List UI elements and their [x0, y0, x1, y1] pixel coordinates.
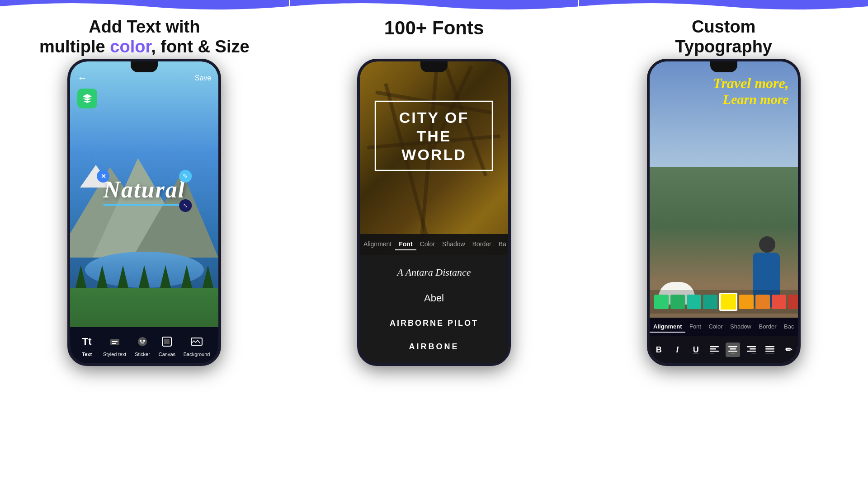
text-icon: Tt [79, 333, 95, 350]
svg-rect-12 [731, 353, 735, 353]
phone-btn-right [220, 125, 221, 152]
color-teal-2[interactable] [703, 295, 717, 309]
natural-text: Natural [104, 176, 186, 203]
wave-decoration-2 [290, 0, 579, 13]
panel3-title: Custom Typography [666, 17, 781, 56]
travel-text-element: Travel more, Learn more [713, 75, 789, 107]
background-label: Background [184, 352, 210, 357]
align-tab-color[interactable]: Color [705, 321, 726, 333]
tab-font[interactable]: Font [395, 239, 416, 250]
hiking-background: Travel more, Learn more [650, 61, 798, 363]
font-item-airborne[interactable]: AIRBORNE PILOT [390, 319, 478, 328]
city-text-box: CITY OF THE WORLD [375, 101, 493, 171]
svg-rect-6 [710, 348, 716, 350]
text-handle-delete[interactable]: ✕ [97, 170, 110, 183]
svg-rect-8 [710, 353, 714, 353]
svg-rect-16 [751, 353, 756, 353]
phone-btn-right-3 [800, 125, 801, 152]
hiker-head [759, 236, 775, 253]
city-text-line1: CITY OF THE [385, 108, 483, 145]
save-button[interactable]: Save [195, 74, 211, 82]
align-left-button[interactable] [707, 343, 722, 357]
tab-border[interactable]: Border [469, 239, 495, 250]
phone-mockup-1: ← Save ✕ ✎ Natural [67, 59, 221, 366]
phone-body-3: Travel more, Learn more [647, 59, 801, 366]
color-yellow-selected[interactable] [719, 293, 737, 311]
color-red-1[interactable] [772, 295, 786, 309]
align-tab-border[interactable]: Border [755, 321, 780, 333]
align-tab-bac[interactable]: Bac [780, 321, 797, 333]
tab-alignment[interactable]: Alignment [360, 239, 395, 250]
font-tab-bar: Alignment Font Color Shadow Border Ba [360, 234, 508, 255]
svg-rect-14 [750, 348, 756, 350]
toolbar-item-text[interactable]: Tt Text [79, 333, 95, 357]
back-button[interactable]: ← [77, 72, 87, 84]
text-handle-resize[interactable]: ⤡ [179, 199, 192, 212]
underline-button[interactable]: U [689, 343, 703, 357]
title-typography: Typography [675, 37, 772, 57]
title-line1: Add Text with [39, 17, 250, 37]
font-list: A Antara Distance Abel AIRBORNE PILOT AI… [360, 255, 508, 363]
panel1-title: Add Text with multiple color, font & Siz… [30, 17, 259, 56]
align-tab-font[interactable]: Font [686, 321, 705, 333]
bold-button[interactable]: B [651, 343, 666, 357]
toolbar-item-canvas[interactable]: Canvas [159, 333, 175, 357]
svg-rect-10 [730, 348, 736, 350]
format-toolbar: B I U [650, 336, 798, 363]
font-item-antara[interactable]: A Antara Distance [397, 267, 471, 278]
nature-background: ← Save ✕ ✎ Natural [70, 61, 218, 363]
svg-point-1 [138, 337, 147, 346]
canvas-label: Canvas [159, 352, 175, 357]
city-text-line2: WORLD [385, 145, 483, 164]
svg-rect-13 [747, 346, 756, 347]
color-orange-2[interactable] [755, 295, 770, 309]
justify-button[interactable] [763, 343, 777, 357]
phone-btn-left-bot-3 [647, 136, 648, 163]
color-green-2[interactable] [670, 295, 685, 309]
panel2-title: 100+ Fonts [375, 17, 493, 39]
aerial-image: CITY OF THE WORLD [360, 61, 508, 258]
font-item-abel[interactable]: Abel [424, 292, 444, 304]
color-palette [650, 290, 798, 314]
color-teal-1[interactable] [687, 295, 701, 309]
color-orange-1[interactable] [739, 295, 754, 309]
svg-rect-17 [765, 346, 774, 347]
svg-rect-20 [765, 353, 774, 353]
edit-pen-button[interactable]: ✏ [781, 343, 796, 357]
toolbar-item-background[interactable]: Background [184, 333, 210, 357]
tab-ba[interactable]: Ba [495, 239, 508, 250]
align-tab-active[interactable]: Alignment [650, 321, 686, 333]
color-red-2[interactable] [788, 295, 798, 309]
phone-notch-2 [420, 61, 448, 72]
background-icon [189, 333, 205, 350]
phone-notch [131, 61, 158, 72]
tab-shadow[interactable]: Shadow [439, 239, 469, 250]
align-right-button[interactable] [744, 343, 759, 357]
svg-rect-19 [765, 351, 774, 352]
styled-icon [107, 333, 123, 350]
svg-rect-3 [164, 339, 170, 344]
tab-color[interactable]: Color [416, 239, 439, 250]
text-label: Text [82, 352, 92, 357]
alignment-tab-bar: Alignment Font Color Shadow Border Bac [650, 318, 798, 336]
canvas-text-element[interactable]: ✕ ✎ Natural ⤡ [104, 176, 186, 206]
layers-svg [82, 93, 93, 104]
phone-btn-right-2 [510, 125, 511, 152]
wave-decoration-3 [579, 0, 868, 13]
travel-text-line2: Learn more [713, 92, 789, 107]
bottom-toolbar: Tt Text Styled text [70, 327, 218, 363]
align-center-button[interactable] [726, 343, 740, 357]
font-item-airbone[interactable]: AIRBONE [409, 342, 459, 352]
toolbar-item-sticker[interactable]: Sticker [134, 333, 151, 357]
layer-icon[interactable] [77, 89, 97, 108]
sticker-icon [134, 333, 151, 350]
svg-rect-9 [728, 346, 737, 347]
toolbar-item-styled[interactable]: Styled text [103, 333, 126, 357]
phone-mockup-3: Travel more, Learn more [647, 59, 801, 366]
svg-rect-18 [765, 348, 774, 350]
color-green-1[interactable] [654, 295, 669, 309]
text-handle-edit[interactable]: ✎ [179, 170, 192, 183]
italic-button[interactable]: I [670, 343, 684, 357]
phone-btn-left-3 [647, 111, 648, 129]
align-tab-shadow[interactable]: Shadow [726, 321, 755, 333]
